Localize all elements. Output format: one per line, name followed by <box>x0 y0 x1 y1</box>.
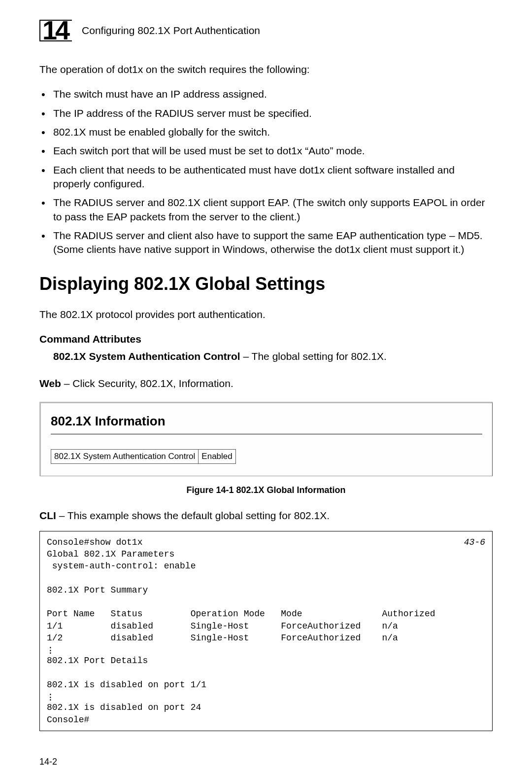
cli-prompt: Console# <box>47 715 89 725</box>
web-text: – Click Security, 802.1X, Information. <box>61 378 233 389</box>
cli-reference: 43-6 <box>464 536 485 548</box>
ellipsis-icon: . . . <box>47 645 485 653</box>
requirements-list: The switch must have an IP address assig… <box>39 87 493 256</box>
cli-text-line: system-auth-control: enable <box>47 561 196 571</box>
section-intro: The 802.1X protocol provides port authen… <box>39 307 493 321</box>
page-number: 14-2 <box>39 756 493 768</box>
attribute-text: – The global setting for 802.1X. <box>240 351 387 362</box>
list-item: Each switch port that will be used must … <box>53 144 493 158</box>
web-line: Web – Click Security, 802.1X, Informatio… <box>39 376 493 390</box>
table-label-cell: 802.1X System Authentication Control <box>51 450 199 463</box>
attribute-bold: 802.1X System Authentication Control <box>53 351 240 362</box>
chapter-number: 14 <box>39 20 72 41</box>
chapter-title: Configuring 802.1X Port Authentication <box>82 23 260 37</box>
list-item: The switch must have an IP address assig… <box>53 87 493 101</box>
cli-text-line: Global 802.1X Parameters <box>47 549 174 559</box>
cli-text-line: 802.1X Port Details <box>47 656 148 666</box>
cli-table-row: 1/2 disabled Single-Host ForceAuthorized… <box>47 633 398 643</box>
info-panel: 802.1X Information 802.1X System Authent… <box>39 402 493 476</box>
cli-text-line: 802.1X is disabled on port 1/1 <box>47 680 206 690</box>
table-row: 802.1X System Authentication Control Ena… <box>51 450 235 463</box>
command-attributes-title: Command Attributes <box>39 332 493 346</box>
list-item: The RADIUS server and 802.1X client supp… <box>53 196 493 224</box>
figure-caption: Figure 14-1 802.1X Global Information <box>39 484 493 496</box>
cli-table-row: 1/1 disabled Single-Host ForceAuthorized… <box>47 621 398 631</box>
cli-line: CLI – This example shows the default glo… <box>39 508 493 523</box>
page-header: 14 Configuring 802.1X Port Authenticatio… <box>39 20 493 41</box>
cli-table-header: Port Name Status Operation Mode Mode Aut… <box>47 609 435 619</box>
info-table: 802.1X System Authentication Control Ena… <box>51 449 236 464</box>
list-item: The RADIUS server and client also have t… <box>53 229 493 257</box>
cli-output-block: Console#show dot1x43-6 Global 802.1X Par… <box>39 531 493 732</box>
list-item: The IP address of the RADIUS server must… <box>53 106 493 120</box>
list-item: Each client that needs to be authenticat… <box>53 163 493 191</box>
cli-command: Console#show dot1x <box>47 537 142 547</box>
list-item: 802.1X must be enabled globally for the … <box>53 125 493 139</box>
ellipsis-icon: . . . <box>47 692 485 700</box>
cli-text-line: 802.1X Port Summary <box>47 585 148 595</box>
divider <box>51 434 482 434</box>
intro-paragraph: The operation of dot1x on the switch req… <box>39 62 493 76</box>
info-panel-title: 802.1X Information <box>51 412 482 430</box>
table-value-cell: Enabled <box>199 450 235 463</box>
cli-text: – This example shows the default global … <box>56 510 330 521</box>
section-heading: Displaying 802.1X Global Settings <box>39 272 493 296</box>
web-lead: Web <box>39 378 61 389</box>
cli-lead: CLI <box>39 510 56 521</box>
attribute-line: 802.1X System Authentication Control – T… <box>39 349 493 363</box>
cli-text-line: 802.1X is disabled on port 24 <box>47 703 201 712</box>
